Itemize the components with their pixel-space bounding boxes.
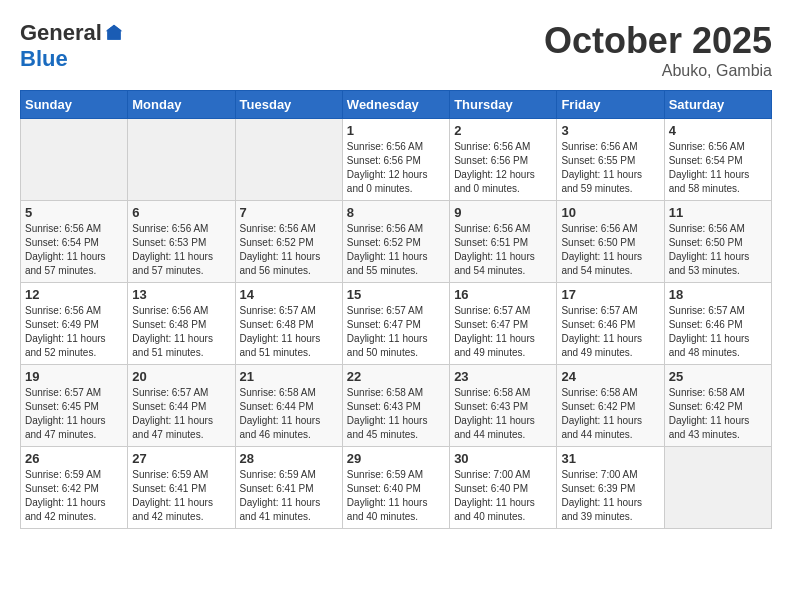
day-number: 14 [240, 287, 338, 302]
day-info: Sunrise: 6:58 AMSunset: 6:43 PMDaylight:… [454, 386, 552, 442]
day-number: 7 [240, 205, 338, 220]
day-number: 3 [561, 123, 659, 138]
logo-blue: Blue [20, 46, 68, 72]
day-info: Sunrise: 6:57 AMSunset: 6:46 PMDaylight:… [561, 304, 659, 360]
day-number: 24 [561, 369, 659, 384]
table-row: 6Sunrise: 6:56 AMSunset: 6:53 PMDaylight… [128, 201, 235, 283]
day-number: 27 [132, 451, 230, 466]
day-info: Sunrise: 6:57 AMSunset: 6:44 PMDaylight:… [132, 386, 230, 442]
table-row: 23Sunrise: 6:58 AMSunset: 6:43 PMDayligh… [450, 365, 557, 447]
logo-general: General [20, 20, 102, 46]
day-number: 17 [561, 287, 659, 302]
table-row [128, 119, 235, 201]
day-info: Sunrise: 6:58 AMSunset: 6:44 PMDaylight:… [240, 386, 338, 442]
day-number: 21 [240, 369, 338, 384]
day-number: 22 [347, 369, 445, 384]
table-row: 17Sunrise: 6:57 AMSunset: 6:46 PMDayligh… [557, 283, 664, 365]
day-number: 23 [454, 369, 552, 384]
day-info: Sunrise: 6:56 AMSunset: 6:56 PMDaylight:… [347, 140, 445, 196]
day-number: 29 [347, 451, 445, 466]
day-number: 9 [454, 205, 552, 220]
table-row: 28Sunrise: 6:59 AMSunset: 6:41 PMDayligh… [235, 447, 342, 529]
day-info: Sunrise: 6:56 AMSunset: 6:52 PMDaylight:… [240, 222, 338, 278]
location: Abuko, Gambia [544, 62, 772, 80]
page-header: General Blue October 2025 Abuko, Gambia [20, 20, 772, 80]
day-info: Sunrise: 6:58 AMSunset: 6:42 PMDaylight:… [561, 386, 659, 442]
table-row: 13Sunrise: 6:56 AMSunset: 6:48 PMDayligh… [128, 283, 235, 365]
day-info: Sunrise: 6:56 AMSunset: 6:49 PMDaylight:… [25, 304, 123, 360]
day-number: 5 [25, 205, 123, 220]
day-number: 15 [347, 287, 445, 302]
table-row: 24Sunrise: 6:58 AMSunset: 6:42 PMDayligh… [557, 365, 664, 447]
day-info: Sunrise: 6:56 AMSunset: 6:50 PMDaylight:… [561, 222, 659, 278]
table-row: 2Sunrise: 6:56 AMSunset: 6:56 PMDaylight… [450, 119, 557, 201]
day-number: 2 [454, 123, 552, 138]
day-info: Sunrise: 6:56 AMSunset: 6:50 PMDaylight:… [669, 222, 767, 278]
table-row: 14Sunrise: 6:57 AMSunset: 6:48 PMDayligh… [235, 283, 342, 365]
table-row: 9Sunrise: 6:56 AMSunset: 6:51 PMDaylight… [450, 201, 557, 283]
header-wednesday: Wednesday [342, 91, 449, 119]
header-tuesday: Tuesday [235, 91, 342, 119]
day-info: Sunrise: 6:59 AMSunset: 6:42 PMDaylight:… [25, 468, 123, 524]
day-number: 25 [669, 369, 767, 384]
day-info: Sunrise: 6:57 AMSunset: 6:46 PMDaylight:… [669, 304, 767, 360]
calendar-header-row: Sunday Monday Tuesday Wednesday Thursday… [21, 91, 772, 119]
day-number: 6 [132, 205, 230, 220]
table-row [21, 119, 128, 201]
table-row: 25Sunrise: 6:58 AMSunset: 6:42 PMDayligh… [664, 365, 771, 447]
day-number: 18 [669, 287, 767, 302]
table-row: 1Sunrise: 6:56 AMSunset: 6:56 PMDaylight… [342, 119, 449, 201]
table-row [235, 119, 342, 201]
table-row: 12Sunrise: 6:56 AMSunset: 6:49 PMDayligh… [21, 283, 128, 365]
table-row: 27Sunrise: 6:59 AMSunset: 6:41 PMDayligh… [128, 447, 235, 529]
day-info: Sunrise: 6:56 AMSunset: 6:54 PMDaylight:… [669, 140, 767, 196]
day-number: 10 [561, 205, 659, 220]
day-number: 1 [347, 123, 445, 138]
day-number: 19 [25, 369, 123, 384]
day-number: 30 [454, 451, 552, 466]
day-info: Sunrise: 6:59 AMSunset: 6:41 PMDaylight:… [132, 468, 230, 524]
day-number: 31 [561, 451, 659, 466]
day-number: 28 [240, 451, 338, 466]
day-info: Sunrise: 6:59 AMSunset: 6:40 PMDaylight:… [347, 468, 445, 524]
day-number: 13 [132, 287, 230, 302]
table-row: 29Sunrise: 6:59 AMSunset: 6:40 PMDayligh… [342, 447, 449, 529]
calendar-week-row: 26Sunrise: 6:59 AMSunset: 6:42 PMDayligh… [21, 447, 772, 529]
day-number: 11 [669, 205, 767, 220]
title-area: October 2025 Abuko, Gambia [544, 20, 772, 80]
day-info: Sunrise: 6:57 AMSunset: 6:47 PMDaylight:… [347, 304, 445, 360]
table-row: 3Sunrise: 6:56 AMSunset: 6:55 PMDaylight… [557, 119, 664, 201]
calendar-week-row: 12Sunrise: 6:56 AMSunset: 6:49 PMDayligh… [21, 283, 772, 365]
day-info: Sunrise: 6:56 AMSunset: 6:53 PMDaylight:… [132, 222, 230, 278]
day-info: Sunrise: 7:00 AMSunset: 6:40 PMDaylight:… [454, 468, 552, 524]
day-info: Sunrise: 6:56 AMSunset: 6:56 PMDaylight:… [454, 140, 552, 196]
header-monday: Monday [128, 91, 235, 119]
table-row: 22Sunrise: 6:58 AMSunset: 6:43 PMDayligh… [342, 365, 449, 447]
day-info: Sunrise: 6:57 AMSunset: 6:45 PMDaylight:… [25, 386, 123, 442]
table-row [664, 447, 771, 529]
day-info: Sunrise: 6:58 AMSunset: 6:42 PMDaylight:… [669, 386, 767, 442]
day-info: Sunrise: 6:59 AMSunset: 6:41 PMDaylight:… [240, 468, 338, 524]
table-row: 11Sunrise: 6:56 AMSunset: 6:50 PMDayligh… [664, 201, 771, 283]
day-info: Sunrise: 6:58 AMSunset: 6:43 PMDaylight:… [347, 386, 445, 442]
day-number: 16 [454, 287, 552, 302]
month-title: October 2025 [544, 20, 772, 62]
table-row: 5Sunrise: 6:56 AMSunset: 6:54 PMDaylight… [21, 201, 128, 283]
header-saturday: Saturday [664, 91, 771, 119]
day-info: Sunrise: 7:00 AMSunset: 6:39 PMDaylight:… [561, 468, 659, 524]
table-row: 10Sunrise: 6:56 AMSunset: 6:50 PMDayligh… [557, 201, 664, 283]
table-row: 8Sunrise: 6:56 AMSunset: 6:52 PMDaylight… [342, 201, 449, 283]
table-row: 15Sunrise: 6:57 AMSunset: 6:47 PMDayligh… [342, 283, 449, 365]
table-row: 31Sunrise: 7:00 AMSunset: 6:39 PMDayligh… [557, 447, 664, 529]
day-number: 12 [25, 287, 123, 302]
table-row: 7Sunrise: 6:56 AMSunset: 6:52 PMDaylight… [235, 201, 342, 283]
day-number: 20 [132, 369, 230, 384]
table-row: 26Sunrise: 6:59 AMSunset: 6:42 PMDayligh… [21, 447, 128, 529]
table-row: 18Sunrise: 6:57 AMSunset: 6:46 PMDayligh… [664, 283, 771, 365]
day-info: Sunrise: 6:56 AMSunset: 6:54 PMDaylight:… [25, 222, 123, 278]
table-row: 21Sunrise: 6:58 AMSunset: 6:44 PMDayligh… [235, 365, 342, 447]
day-info: Sunrise: 6:57 AMSunset: 6:47 PMDaylight:… [454, 304, 552, 360]
table-row: 30Sunrise: 7:00 AMSunset: 6:40 PMDayligh… [450, 447, 557, 529]
day-info: Sunrise: 6:56 AMSunset: 6:52 PMDaylight:… [347, 222, 445, 278]
calendar: Sunday Monday Tuesday Wednesday Thursday… [20, 90, 772, 529]
